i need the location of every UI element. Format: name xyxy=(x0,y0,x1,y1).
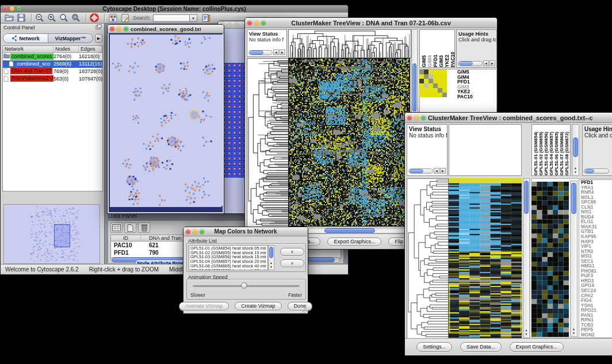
network-list-row[interactable]: combined_scores 2764(0) 16218(0) xyxy=(3,53,102,60)
scroll-left-arrow[interactable]: ◀ xyxy=(483,60,489,66)
minimize-button[interactable] xyxy=(193,229,197,234)
scroll-up-arrow[interactable]: ▲ xyxy=(572,166,579,170)
attribute-item[interactable]: GPL51-06 (GSM865) heat shock 40 min xyxy=(190,264,266,269)
minimize-button[interactable] xyxy=(227,22,232,27)
search-dropdown-arrow[interactable]: ▼ xyxy=(190,14,197,22)
zoom-button[interactable] xyxy=(421,116,426,120)
tv2-labels-scrollbar[interactable]: ▲ ▼ xyxy=(572,124,579,176)
open-file-icon[interactable] xyxy=(4,13,14,22)
resize-grip[interactable] xyxy=(301,307,307,313)
column-label[interactable]: GIM4 xyxy=(427,55,433,67)
scroll-left-arrow[interactable]: ◀ xyxy=(273,49,279,55)
zoom-button[interactable] xyxy=(124,26,128,31)
vizmapper-icon[interactable] xyxy=(108,13,118,22)
move-up-button[interactable]: ∧ xyxy=(280,248,304,256)
scroll-up-arrow[interactable]: ▲ xyxy=(269,261,274,265)
birdseye-view[interactable] xyxy=(3,204,100,264)
dialog-button[interactable]: Done xyxy=(288,302,313,311)
column-label[interactable]: GPL51-02 (GSM855) xyxy=(538,132,544,175)
close-button[interactable] xyxy=(407,116,412,120)
attribute-item[interactable]: GPL51-03 (GSM856) heat shock 15 min xyxy=(190,255,266,259)
network-list-row[interactable]: RNAPuberNov2+! 563(0) 107847(0) xyxy=(3,75,102,82)
minimize-button[interactable] xyxy=(414,116,419,120)
zoom-button[interactable] xyxy=(200,229,204,234)
birdseye-viewport-rect[interactable] xyxy=(54,224,70,247)
treeview-button[interactable]: Settings... xyxy=(416,342,452,352)
move-down-button[interactable]: ∨ xyxy=(280,259,304,267)
column-label[interactable]: PFD1 xyxy=(433,55,438,67)
minimize-button[interactable] xyxy=(117,26,121,31)
network-view-canvas[interactable] xyxy=(110,35,223,206)
column-label[interactable]: GPL51-07 (GSM868) xyxy=(559,132,564,175)
view-status-scrollbar[interactable]: ◀▶ xyxy=(408,168,446,174)
scroll-down-arrow[interactable]: ▼ xyxy=(571,331,577,335)
dialog-button[interactable]: Create Vizmap xyxy=(235,302,281,311)
help-lifesaver-icon[interactable] xyxy=(89,13,100,22)
attribute-item[interactable]: GPL51-07 (GSM868) heat shock 60 min xyxy=(190,269,266,270)
scroll-right-arrow[interactable]: ▶ xyxy=(440,168,446,174)
network-list-header[interactable]: Network Nodes Edges xyxy=(3,46,102,53)
zoom-selected-icon[interactable] xyxy=(59,13,69,22)
scroll-thumb[interactable] xyxy=(524,181,529,214)
tv2-vscrollbar[interactable]: ▲ ▼ xyxy=(523,178,530,338)
column-label[interactable]: GPL51-04 (GSM857) xyxy=(549,132,554,175)
column-label[interactable]: GPL51-06 (GSM865) xyxy=(554,132,559,175)
zoom-out-icon[interactable] xyxy=(35,13,45,22)
new-attribute-icon[interactable] xyxy=(124,223,136,233)
attribute-item[interactable]: GPL51-01 (GSM854) heat shock 05 min xyxy=(190,246,266,251)
net1-titlebar[interactable]: combined_scores_good.txt--cluste... xyxy=(108,25,224,33)
scroll-thumb[interactable] xyxy=(250,51,263,55)
scroll-thumb[interactable] xyxy=(571,183,576,214)
close-button[interactable] xyxy=(3,6,7,11)
treeview2-window[interactable]: ClusterMaker TreeView : combined_scores_… xyxy=(404,112,612,356)
close-button[interactable] xyxy=(247,21,252,25)
map-colors-dialog[interactable]: Map Colors to Network Attribute List GPL… xyxy=(183,227,308,314)
scroll-right-arrow[interactable]: ▶ xyxy=(280,49,285,55)
treeview-button[interactable]: Export Graphics... xyxy=(327,237,381,246)
tv1-row-dendrogram[interactable] xyxy=(247,58,289,228)
tv2-column-dendrogram-area[interactable] xyxy=(449,124,522,176)
zoom-button[interactable] xyxy=(261,21,266,25)
network-list-row[interactable]: combined_sco 2569(6) 13112(15) xyxy=(3,60,102,68)
search-input[interactable] xyxy=(153,14,190,22)
tv1-zoom-matrix[interactable] xyxy=(419,70,447,97)
close-button[interactable] xyxy=(186,229,190,234)
column-label[interactable]: PAC10 xyxy=(450,52,455,67)
annotation-icon[interactable] xyxy=(120,13,130,22)
scroll-down-arrow[interactable]: ▼ xyxy=(572,170,579,174)
scroll-left-arrow[interactable]: ◀ xyxy=(434,168,439,174)
attribute-item[interactable]: GPL51-04 (GSM857) heat shock 20 min xyxy=(190,259,266,264)
column-label[interactable]: GIM3 xyxy=(438,55,444,67)
tv2-row-dendrogram[interactable] xyxy=(407,178,449,339)
tab-network[interactable]: Network xyxy=(3,34,48,43)
delete-attribute-icon[interactable] xyxy=(138,223,150,233)
usage-hints-scrollbar[interactable]: ◀▶ xyxy=(458,60,495,66)
tab-vizmapper[interactable]: VizMapper™ xyxy=(48,34,93,43)
network-list-row[interactable]: DNA and Tran 07 769(0) 183728(0) xyxy=(3,68,102,75)
scroll-thumb[interactable] xyxy=(269,247,273,258)
zoom-button[interactable] xyxy=(234,22,239,27)
network-view-window[interactable]: combined_scores_good.txt--cluste... xyxy=(107,24,224,214)
close-button[interactable] xyxy=(110,26,114,31)
col-network[interactable]: Network xyxy=(3,46,53,52)
scroll-thumb[interactable] xyxy=(412,63,416,112)
col-id[interactable]: ID xyxy=(111,235,141,241)
column-label[interactable]: YKE2 xyxy=(444,55,450,67)
treeview-button[interactable]: Export Graphics... xyxy=(510,342,564,352)
zoom-button[interactable] xyxy=(17,6,21,11)
minimize-button[interactable] xyxy=(254,21,259,25)
dialog-titlebar[interactable]: Map Colors to Network xyxy=(183,227,308,236)
dialog-button[interactable]: Animate Vizmap xyxy=(179,302,229,311)
minimize-button[interactable] xyxy=(10,6,14,11)
scroll-thumb[interactable] xyxy=(324,228,375,233)
attribute-item[interactable]: GPL51-02 (GSM855) heat shock 10 min xyxy=(190,251,266,255)
birdseye-canvas[interactable] xyxy=(4,205,100,263)
usage-hints-scrollbar[interactable] xyxy=(584,168,609,174)
tv2-titlebar[interactable]: ClusterMaker TreeView : combined_scores_… xyxy=(405,113,612,123)
scroll-thumb[interactable] xyxy=(573,137,578,157)
tab-overflow-button[interactable]: ▶ xyxy=(95,34,102,43)
scroll-thumb[interactable] xyxy=(459,62,473,66)
column-label[interactable]: GPL51-08 (GSM872) xyxy=(564,132,569,175)
scroll-up-arrow[interactable]: ▲ xyxy=(523,328,529,332)
row-label[interactable]: PAC10 xyxy=(457,94,495,99)
